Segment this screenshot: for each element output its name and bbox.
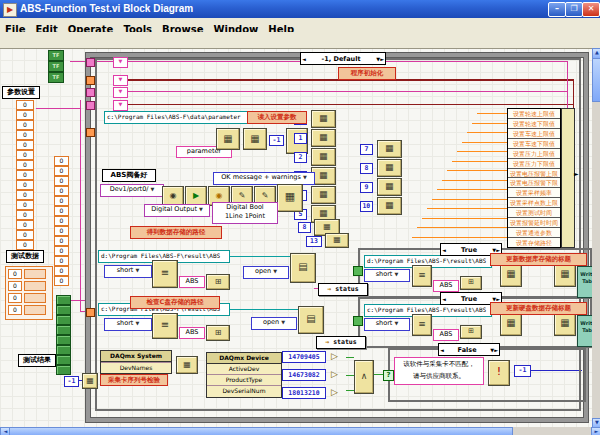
convert-node[interactable]: ▦ [554, 312, 576, 336]
array-cell[interactable]: 0 [54, 206, 69, 216]
array-cell[interactable]: 0 [54, 256, 69, 266]
concat-strings-node[interactable]: ⊞ [460, 325, 482, 339]
boolean-array-cell[interactable]: TF [48, 72, 64, 83]
ring-short[interactable]: short▼ [104, 265, 152, 278]
array-cell[interactable]: 0 [16, 100, 34, 110]
case-selector[interactable]: ◄ -1, Default ▼ ► [300, 52, 386, 65]
array-cell[interactable]: 0 [16, 130, 34, 140]
boolean-cell[interactable] [56, 345, 71, 355]
local-variables-stack[interactable]: 设置轮速上限值设置轮速下限值设置车速上限值设置车速下限值设置压力上限值设置压力下… [507, 108, 561, 248]
ring-open[interactable]: open▼ [251, 317, 297, 330]
string-constant-abs[interactable]: ABS [179, 327, 205, 339]
local-variable-row[interactable]: 设置压力下限值 [508, 159, 560, 169]
array-cell[interactable]: 0 [16, 200, 34, 210]
index-constant[interactable]: 9 [360, 182, 373, 193]
file-info-node[interactable]: ≡ [152, 313, 178, 339]
index-constant[interactable]: 7 [360, 144, 373, 155]
array-cell[interactable]: 0 [54, 266, 69, 276]
local-variable-row[interactable]: 设置车速上限值 [508, 129, 560, 139]
array-cell[interactable]: 0 [16, 150, 34, 160]
array-cell[interactable]: 0 [54, 226, 69, 236]
horizontal-scroll-thumb[interactable] [9, 427, 513, 435]
mismatch-dialog-string[interactable]: 该软件与采集卡不匹配， 请与供应商联系。 [394, 357, 484, 385]
index-array-node[interactable]: ▦ [377, 140, 402, 158]
local-variable-row[interactable]: 设置电压报警下限 [508, 178, 560, 188]
cluster-cell[interactable]: 0 [8, 281, 22, 291]
parameter-array-2[interactable]: 0000000000000 [54, 156, 69, 286]
concat-strings-node[interactable]: ⊞ [460, 276, 482, 290]
array-cell[interactable]: 0 [16, 210, 34, 220]
local-variable-row[interactable]: 设置车速下限值 [508, 139, 560, 149]
array-cell[interactable]: 0 [54, 276, 69, 286]
scroll-right-button[interactable]: ► [591, 427, 600, 435]
convert-node[interactable]: ▦ [243, 128, 267, 150]
index-array-node[interactable]: ▦ [311, 148, 336, 166]
boolean-cell[interactable] [56, 295, 71, 305]
serial-constant[interactable]: 14709405 [282, 351, 326, 363]
index-array-node[interactable]: ▦ [377, 159, 402, 177]
compound-and-node[interactable]: ∧ [354, 360, 374, 394]
convert-node[interactable]: ▦ [554, 263, 576, 287]
index-array-node[interactable]: ▦ [377, 178, 402, 196]
vertical-scrollbar[interactable] [592, 48, 600, 427]
index-array-node[interactable]: ▦ [325, 233, 349, 248]
file-info-node[interactable]: ≡ [412, 314, 432, 336]
equal-node-icon[interactable]: ▷ [331, 387, 338, 398]
index-array-node[interactable]: ▦ [311, 129, 336, 147]
digital-output-ring[interactable]: Digital Output▼ [144, 204, 210, 217]
index-array-node[interactable]: ▦ [311, 110, 336, 128]
array-cell[interactable]: 0 [16, 110, 34, 120]
boolean-cell[interactable] [56, 355, 71, 365]
close-button[interactable]: ✕ [582, 2, 600, 17]
equal-node-icon[interactable]: ▷ [331, 369, 338, 380]
array-cell[interactable]: 0 [54, 216, 69, 226]
index-constant[interactable]: 1 [294, 133, 307, 144]
status-indicator[interactable]: → status [318, 283, 368, 296]
local-variable[interactable]: ▼ [113, 57, 128, 68]
open-file-node[interactable]: ▤ [290, 253, 316, 283]
ring-short[interactable]: short▼ [364, 318, 410, 331]
serial-constant[interactable]: 18013210 [282, 387, 326, 399]
concat-strings-node[interactable]: ⊞ [206, 274, 230, 290]
path-constant-parameter[interactable]: c:\Program Files\ABS-F\data\parameter [104, 111, 248, 124]
ring-short[interactable]: short▼ [364, 269, 410, 282]
digital-bool-ring[interactable]: Digital Bool 1Line 1Point [212, 202, 278, 224]
equal-node-icon[interactable]: ▷ [331, 351, 338, 362]
daqmx-device-node[interactable]: DAQmx Device ActiveDevProductTypeDevSeri… [206, 352, 282, 398]
local-variable-row[interactable]: 设置轮速下限值 [508, 119, 560, 129]
string-constant-abs[interactable]: ABS [433, 329, 459, 341]
local-variable[interactable]: ▼ [113, 87, 128, 98]
local-variable-row[interactable]: 设置电压报警上限 [508, 169, 560, 179]
case-next-icon[interactable]: ► [494, 345, 498, 355]
boolean-result-array[interactable] [56, 295, 71, 375]
array-cell[interactable]: 0 [16, 220, 34, 230]
cluster-cell[interactable]: 0 [8, 293, 22, 303]
case-next-icon[interactable]: ► [380, 54, 384, 64]
array-cell[interactable]: 0 [16, 160, 34, 170]
daqmx-device-row[interactable]: DevSerialNum [207, 385, 281, 396]
minimize-button[interactable]: – [548, 2, 566, 17]
index-array-node[interactable]: ▦ [377, 197, 402, 215]
read-file-node[interactable]: ▦ [500, 263, 522, 287]
boolean-cell[interactable] [56, 335, 71, 345]
boolean-array-cell[interactable]: TF [48, 50, 64, 61]
local-variable-row[interactable]: 设置测试时间 [508, 208, 560, 218]
file-info-node[interactable]: ≡ [152, 260, 178, 288]
daq-start-node[interactable]: ▶ [185, 186, 207, 206]
error-handler-node[interactable]: ▦ [277, 184, 303, 212]
daq-create-task-node[interactable]: ◉ [162, 186, 184, 206]
local-variable-row[interactable]: 设置压力上限值 [508, 149, 560, 159]
array-cell[interactable]: 0 [54, 186, 69, 196]
index-constant[interactable]: 2 [294, 152, 307, 163]
array-cell[interactable]: 0 [16, 170, 34, 180]
case-selector-false[interactable]: ◄ False ▼ ► [438, 343, 500, 356]
array-cell[interactable]: 0 [16, 230, 34, 240]
ring-open[interactable]: open▼ [243, 266, 289, 279]
boolean-array-cell[interactable]: TF [48, 61, 64, 72]
boolean-cell[interactable] [56, 365, 71, 375]
test-data-cluster[interactable]: 0 0 0 0 [5, 266, 53, 320]
daqmx-system-row[interactable]: DevNames [101, 362, 171, 373]
index-array-node[interactable]: ▦ [311, 186, 336, 204]
maximize-button[interactable]: ❐ [565, 2, 583, 17]
concat-strings-node[interactable]: ⊞ [206, 325, 230, 341]
